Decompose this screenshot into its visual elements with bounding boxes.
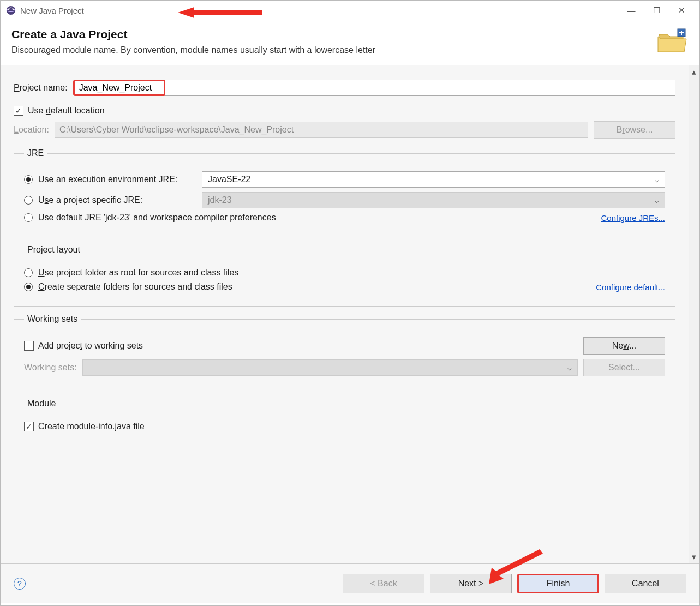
layout-single-folder-radio[interactable] bbox=[24, 268, 33, 277]
next-button[interactable]: Next > bbox=[430, 574, 512, 593]
use-default-location-checkbox[interactable] bbox=[14, 106, 23, 116]
working-sets-legend: Working sets bbox=[24, 314, 81, 324]
location-input bbox=[55, 122, 588, 138]
location-label: Location: bbox=[14, 125, 49, 135]
dialog-footer: ? < Back < Back Next > Next > Finish Fin… bbox=[1, 563, 699, 603]
close-button[interactable]: ✕ bbox=[669, 1, 694, 20]
scroll-down-icon[interactable]: ▾ bbox=[689, 551, 699, 562]
chevron-down-icon: ⌵ bbox=[567, 364, 572, 372]
working-sets-label: Working sets: bbox=[24, 363, 77, 373]
project-layout-group: Project layout Use project folder as roo… bbox=[14, 245, 675, 307]
project-name-label: PProject name:roject name: bbox=[14, 83, 68, 93]
page-subtitle: Discouraged module name. By convention, … bbox=[11, 45, 645, 55]
jre-project-specific-select: jdk-23⌵ bbox=[202, 192, 665, 208]
finish-button[interactable]: Finish bbox=[517, 574, 599, 593]
chevron-down-icon: ⌵ bbox=[655, 176, 659, 184]
create-module-info-label: Create module-info.java file bbox=[38, 422, 145, 431]
title-bar: New Java Project — ☐ ✕ bbox=[1, 1, 699, 20]
browse-button: Browse... bbox=[594, 121, 675, 139]
help-icon[interactable]: ? bbox=[14, 578, 26, 590]
module-legend: Module bbox=[24, 399, 59, 409]
layout-separate-folders-radio[interactable] bbox=[24, 283, 33, 291]
project-name-input-extension[interactable] bbox=[165, 80, 675, 96]
jre-project-specific-label: Use a project specific JRE: bbox=[38, 195, 202, 205]
new-working-set-button[interactable]: New... bbox=[583, 337, 665, 355]
working-sets-group: Working sets Add project to working sets… bbox=[14, 314, 675, 391]
configure-jres-link[interactable]: Configure JREs... bbox=[601, 213, 665, 223]
window-title: New Java Project bbox=[20, 6, 84, 15]
cancel-button[interactable]: Cancel bbox=[605, 574, 686, 593]
dialog-header: Create a Java Project Discouraged module… bbox=[1, 20, 699, 65]
eclipse-icon bbox=[6, 5, 16, 15]
minimize-button[interactable]: — bbox=[619, 1, 644, 20]
page-title: Create a Java Project bbox=[11, 28, 645, 41]
configure-default-link[interactable]: Configure default... bbox=[596, 283, 665, 292]
chevron-down-icon: ⌵ bbox=[655, 196, 659, 205]
project-layout-legend: Project layout bbox=[24, 245, 83, 255]
jre-project-specific-radio[interactable] bbox=[24, 196, 33, 205]
back-button: < Back bbox=[343, 574, 424, 593]
create-module-info-checkbox[interactable] bbox=[24, 422, 34, 431]
add-to-working-sets-checkbox[interactable] bbox=[24, 341, 34, 351]
add-to-working-sets-label: Add project to working sets bbox=[38, 341, 143, 351]
scroll-up-icon[interactable]: ▴ bbox=[689, 67, 699, 77]
layout-separate-folders-label: Create separate folders for sources and … bbox=[38, 282, 232, 292]
module-group: Module Create module-info.java file Crea… bbox=[14, 399, 675, 434]
jre-group: JRE Use an execution environment JRE: Us… bbox=[14, 148, 675, 237]
jre-legend: JRE bbox=[24, 148, 47, 158]
vertical-scrollbar[interactable]: ▴ ▾ bbox=[689, 65, 699, 563]
working-sets-select: ⌵ bbox=[82, 359, 578, 376]
layout-single-folder-label: Use project folder as root for sources a… bbox=[38, 268, 238, 278]
jre-execution-env-select[interactable]: JavaSE-22⌵ bbox=[202, 171, 665, 188]
jre-default-radio[interactable] bbox=[24, 213, 33, 222]
jre-execution-env-radio[interactable] bbox=[24, 175, 33, 184]
new-project-folder-icon bbox=[656, 28, 689, 55]
jre-default-label: Use default JRE 'jdk-23' and workspace c… bbox=[38, 213, 276, 223]
jre-execution-env-label: Use an execution environment JRE: bbox=[38, 175, 202, 184]
maximize-button[interactable]: ☐ bbox=[644, 1, 669, 20]
project-name-input[interactable] bbox=[73, 80, 166, 96]
select-working-sets-button: Select... bbox=[583, 359, 665, 376]
use-default-location-label: Use default location bbox=[28, 106, 105, 116]
